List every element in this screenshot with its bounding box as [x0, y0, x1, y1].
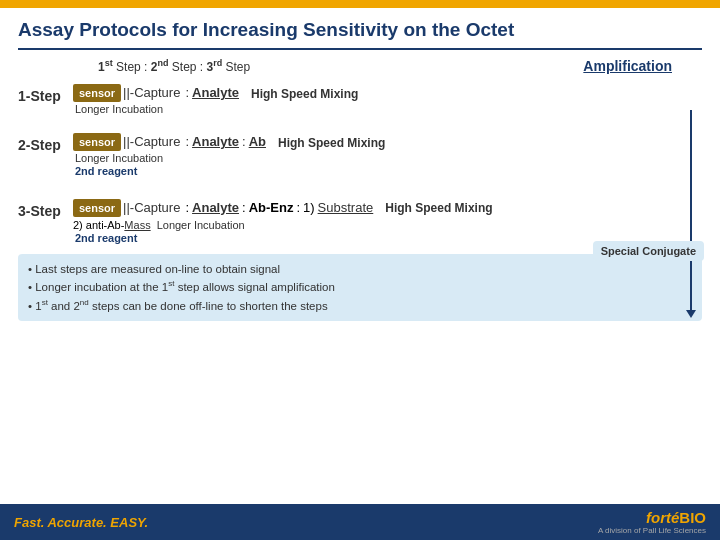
step-2-second-reagent: 2nd reagent — [75, 165, 702, 177]
steps-label: 1st Step : 2nd Step : 3rd Step — [98, 58, 250, 74]
step-3-mass: Mass — [124, 219, 150, 231]
bullet-1: • Last steps are measured on-line to obt… — [28, 260, 692, 278]
title-divider — [18, 48, 702, 50]
step-3-sub-row: 2) anti-Ab- Mass Longer Incubation — [73, 219, 702, 231]
step-3-colon2: : — [242, 200, 246, 215]
step-3-content: sensor ||-Capture : Analyte : Ab-Enz : 1… — [73, 199, 702, 244]
step-1-sensor: sensor — [73, 84, 121, 102]
bullet-3: • 1st and 2nd steps can be done off-line… — [28, 297, 692, 315]
brand-name: fortéBIO — [646, 509, 706, 526]
step-1-content: sensor ||-Capture : Analyte High Speed M… — [73, 84, 702, 115]
steps-header: 1st Step : 2nd Step : 3rd Step Amplifica… — [18, 58, 702, 74]
step-1-main: sensor ||-Capture : Analyte High Speed M… — [73, 84, 702, 102]
step-3-longer-incubation: Longer Incubation — [157, 219, 245, 231]
step-1-high-speed: High Speed Mixing — [251, 85, 358, 101]
step-2-row: 2-Step sensor ||-Capture : Analyte : Ab … — [18, 133, 702, 177]
step-2-longer-incubation: Longer Incubation — [75, 152, 702, 164]
page-title: Assay Protocols for Increasing Sensitivi… — [18, 18, 702, 42]
step-2-pipe: ||-Capture — [123, 134, 180, 149]
step-3-colon3: : — [296, 200, 300, 215]
bullets-section: • Last steps are measured on-line to obt… — [18, 254, 702, 321]
step-3-label: 3-Step — [18, 199, 73, 219]
step-3-abenz: Ab-Enz — [249, 200, 294, 215]
step-1-pipe: ||-Capture — [123, 85, 180, 100]
main-content: Assay Protocols for Increasing Sensitivi… — [0, 8, 720, 329]
step-3-colon: : — [185, 200, 189, 215]
step-2-colon: : — [185, 134, 189, 149]
special-conjugate: Special Conjugate — [593, 241, 704, 261]
amplification-label: Amplification — [583, 58, 672, 74]
brand-block: fortéBIO A division of Pall Life Science… — [598, 509, 706, 535]
step-2-main: sensor ||-Capture : Analyte : Ab High Sp… — [73, 133, 702, 151]
step-3-main: sensor ||-Capture : Analyte : Ab-Enz : 1… — [73, 199, 702, 217]
bottom-tagline: Fast. Accurate. EASY. — [14, 515, 148, 530]
step-1-longer-incubation: Longer Incubation — [75, 103, 702, 115]
bullet-2: • Longer incubation at the 1st step allo… — [28, 278, 692, 296]
step-3-high-speed: High Speed Mixing — [385, 199, 492, 215]
bottom-bar: Fast. Accurate. EASY. fortéBIO A divisio… — [0, 504, 720, 540]
step-2-colon2: : — [242, 134, 246, 149]
step-2-sensor: sensor — [73, 133, 121, 151]
step-3-analyte: Analyte — [192, 200, 239, 215]
step-3-pipe: ||-Capture — [123, 200, 180, 215]
step-1-analyte: Analyte — [192, 85, 239, 100]
step-2-analyte: Analyte — [192, 134, 239, 149]
step-3-substrate: Substrate — [318, 200, 374, 215]
step-2-high-speed: High Speed Mixing — [278, 134, 385, 150]
step-3-substrate-pre: 1) — [303, 200, 315, 215]
step-1-colon: : — [185, 85, 189, 100]
step-2-ab: Ab — [249, 134, 266, 149]
step-3-row: 3-Step sensor ||-Capture : Analyte : Ab-… — [18, 199, 702, 244]
step-2-content: sensor ||-Capture : Analyte : Ab High Sp… — [73, 133, 702, 177]
step-3-antiab-pre: 2) anti-Ab- — [73, 219, 124, 231]
amp-arrow-down — [686, 310, 696, 318]
top-bar — [0, 0, 720, 8]
step-1-row: 1-Step sensor ||-Capture : Analyte High … — [18, 84, 702, 115]
step-2-label: 2-Step — [18, 133, 73, 153]
step-3-sensor: sensor — [73, 199, 121, 217]
brand-sub: A division of Pall Life Sciences — [598, 527, 706, 535]
step-1-label: 1-Step — [18, 84, 73, 104]
